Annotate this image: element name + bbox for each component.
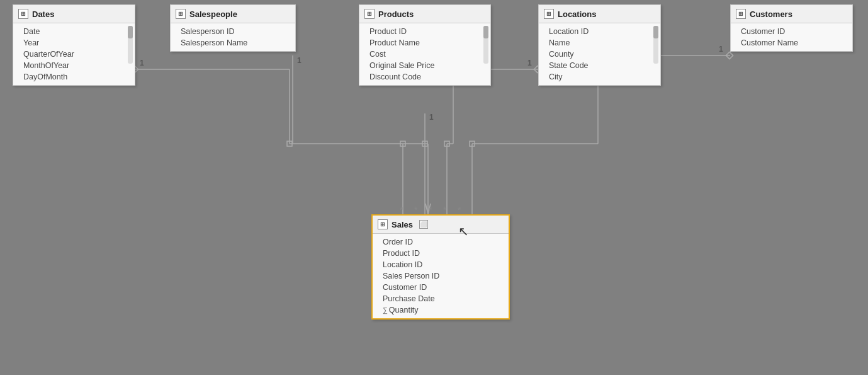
svg-rect-34 (470, 141, 475, 146)
products-table[interactable]: ⊞ Products Product ID Product Name Cost … (359, 4, 491, 86)
field-salesperson-id[interactable]: Salesperson ID (171, 26, 295, 37)
svg-rect-24 (726, 52, 733, 59)
customers-table-body: Customer ID Customer Name (731, 23, 852, 51)
dates-table-body: Date Year QuarterOfYear MonthOfYear DayO… (13, 23, 135, 85)
field-salesperson-name[interactable]: Salesperson Name (171, 37, 295, 49)
table-icon: ⊞ (378, 219, 388, 229)
dates-scrollbar[interactable] (128, 26, 133, 64)
salespeople-table[interactable]: ⊞ Salespeople Salesperson ID Salesperson… (170, 4, 296, 52)
salespeople-title: Salespeople (189, 9, 237, 19)
field-state-code[interactable]: State Code (539, 60, 660, 71)
svg-text:*: * (443, 205, 447, 215)
svg-rect-33 (444, 141, 449, 146)
sales-title: Sales (392, 220, 413, 229)
field-sales-customer-id[interactable]: Customer ID (373, 282, 509, 293)
sales-table-header: ⊞ Sales ⬜ (373, 216, 509, 234)
dates-title: Dates (32, 9, 54, 19)
field-location-id[interactable]: Location ID (539, 26, 660, 37)
products-scrollbar[interactable] (483, 26, 488, 64)
field-sales-person-id[interactable]: Sales Person ID (373, 270, 509, 282)
table-icon: ⊞ (364, 9, 375, 19)
products-title: Products (378, 9, 414, 19)
svg-text:*: * (429, 205, 432, 215)
field-name[interactable]: Name (539, 37, 660, 49)
field-customer-name[interactable]: Customer Name (731, 37, 852, 49)
svg-text:1: 1 (527, 59, 532, 67)
salespeople-table-header: ⊞ Salespeople (171, 5, 295, 23)
field-cost[interactable]: Cost (359, 49, 490, 60)
svg-line-5 (426, 204, 428, 214)
field-date[interactable]: Date (13, 26, 135, 37)
field-sales-product-id[interactable]: Product ID (373, 248, 509, 259)
locations-table[interactable]: ⊞ Locations Location ID Name County Stat… (538, 4, 661, 86)
svg-text:1: 1 (297, 56, 302, 65)
svg-text:*: * (458, 205, 461, 215)
table-icon: ⊞ (544, 9, 554, 19)
locations-table-header: ⊞ Locations (539, 5, 660, 23)
locations-table-body: Location ID Name County State Code City (539, 23, 660, 85)
svg-rect-32 (422, 141, 427, 146)
field-year[interactable]: Year (13, 37, 135, 49)
field-quarterofyear[interactable]: QuarterOfYear (13, 49, 135, 60)
table-icon: ⊞ (736, 9, 746, 19)
sigma-icon: ∑ (383, 306, 388, 314)
field-city[interactable]: City (539, 71, 660, 83)
table-icon: ⊞ (18, 9, 28, 19)
products-table-header: ⊞ Products (359, 5, 490, 23)
sales-table[interactable]: ⊞ Sales ⬜ Order ID Product ID Location I… (371, 214, 510, 320)
field-customer-id[interactable]: Customer ID (731, 26, 852, 37)
svg-text:*: * (414, 205, 418, 215)
svg-rect-30 (287, 141, 292, 146)
svg-rect-31 (400, 141, 405, 146)
field-product-id[interactable]: Product ID (359, 26, 490, 37)
dates-table[interactable]: ⊞ Dates Date Year QuarterOfYear MonthOfY… (13, 4, 135, 86)
svg-text:1: 1 (719, 45, 723, 54)
sales-table-body: Order ID Product ID Location ID Sales Pe… (373, 234, 509, 318)
locations-scrollbar[interactable] (653, 26, 658, 64)
field-discount-code[interactable]: Discount Code (359, 71, 490, 83)
field-product-name[interactable]: Product Name (359, 37, 490, 49)
table-icon: ⊞ (176, 9, 186, 19)
customers-title: Customers (750, 9, 792, 19)
salespeople-table-body: Salesperson ID Salesperson Name (171, 23, 295, 51)
svg-text:1: 1 (429, 113, 434, 122)
field-monthofyear[interactable]: MonthOfYear (13, 60, 135, 71)
field-quantity[interactable]: ∑Quantity (373, 304, 509, 316)
field-order-id[interactable]: Order ID (373, 236, 509, 248)
field-purchase-date[interactable]: Purchase Date (373, 293, 509, 304)
svg-text:*: * (400, 205, 403, 215)
field-dayofmonth[interactable]: DayOfMonth (13, 71, 135, 83)
customers-table[interactable]: ⊞ Customers Customer ID Customer Name (730, 4, 853, 52)
customers-table-header: ⊞ Customers (731, 5, 852, 23)
dates-table-header: ⊞ Dates (13, 5, 135, 23)
expand-icon[interactable]: ⬜ (419, 220, 428, 229)
svg-line-6 (428, 204, 431, 214)
field-county[interactable]: County (539, 49, 660, 60)
svg-text:1: 1 (140, 59, 144, 67)
field-original-sale-price[interactable]: Original Sale Price (359, 60, 490, 71)
locations-title: Locations (558, 9, 596, 19)
products-table-body: Product ID Product Name Cost Original Sa… (359, 23, 490, 85)
field-sales-location-id[interactable]: Location ID (373, 259, 509, 270)
